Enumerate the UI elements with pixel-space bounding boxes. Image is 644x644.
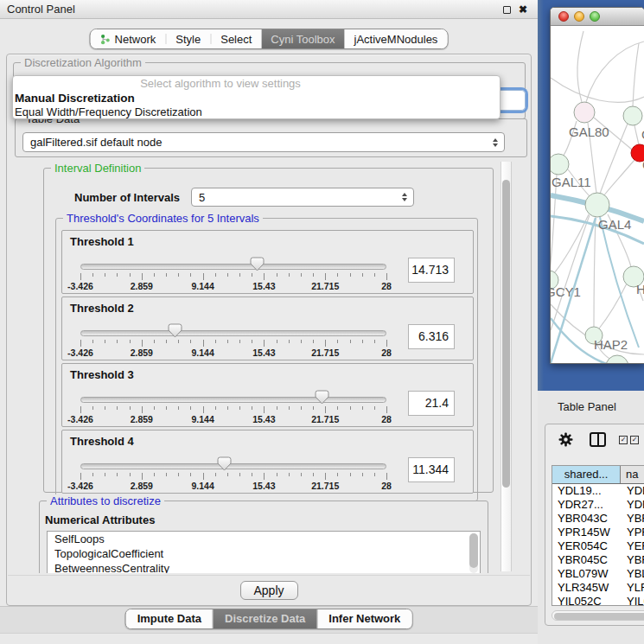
group-title-interval-definition: Interval Definition [51,162,144,175]
control-panel-titlebar: Control Panel ✖ [0,0,538,19]
network-edge[interactable] [551,78,644,102]
attribute-list-item[interactable]: BetweennessCentrality [48,561,480,573]
slider-scale-labels: -3.4262.8599.14415.4321.71528 [80,481,386,491]
table-row[interactable]: YBL079WYBL0 [552,567,644,581]
attributes-group: Attributes to discretize Numerical Attri… [39,501,488,573]
threshold-1-box: Threshold 1-3.4262.8599.14415.4321.71528… [61,230,474,294]
threshold-value-field[interactable]: 11.344 [408,457,455,482]
slider-handle[interactable] [315,390,329,405]
gear-icon[interactable] [558,432,573,447]
table-row[interactable]: YPR145WYPR1 [552,526,644,539]
table-data-select[interactable]: galFiltered.sif default node [22,132,505,152]
network-node-green[interactable] [585,193,609,217]
column-header-name[interactable]: na [621,466,644,483]
network-node-green[interactable] [606,355,628,364]
close-traffic-light-icon[interactable] [558,11,569,22]
checkbox-icon[interactable]: ✓ [630,436,639,444]
table-cell: YLR3 [621,581,644,595]
table-cell: YER0 [621,539,644,553]
bottom-tab-impute-data[interactable]: Impute Data [126,609,213,628]
network-node-label: GAL11 [552,175,591,189]
zoom-traffic-light-icon[interactable] [590,11,600,22]
network-edge[interactable] [594,217,596,327]
table-toolbar: ✓ ✓ [558,432,639,447]
dropdown-option-equal-width[interactable]: Equal Width/Frequency Discretization [13,105,500,119]
table-row[interactable]: YBR043CYBR0 [552,512,644,526]
network-edge[interactable] [599,284,627,328]
tab-select[interactable]: Select [211,29,261,48]
numerical-attributes-list[interactable]: SelfLoopsTopologicalCoefficientBetweenne… [47,531,481,573]
number-of-intervals-select[interactable]: 5 [191,188,414,207]
threshold-value-field[interactable]: 6.316 [408,324,455,349]
slider-track[interactable] [80,264,386,270]
attribute-list-item[interactable]: SelfLoops [48,532,480,546]
slider-track[interactable] [80,463,386,469]
bottom-tab-discretize-data[interactable]: Discretize Data [214,609,316,628]
slider-track[interactable] [80,397,386,403]
network-edge[interactable] [554,214,589,273]
threshold-value-field[interactable]: 14.713 [408,258,455,283]
network-edge[interactable] [577,31,583,102]
close-panel-icon[interactable]: ✖ [519,4,527,15]
float-panel-icon[interactable] [503,6,511,14]
network-window-titlebar [551,8,644,26]
scrollbar-thumb[interactable] [502,180,510,488]
table-horizontal-scrollbar[interactable] [552,610,644,621]
tab-network[interactable]: Network [91,29,166,48]
dropdown-option-manual-discretization[interactable]: Manual Discretization [13,91,500,105]
checkbox-icon[interactable]: ✓ [619,436,628,444]
table-cell: YDR2 [621,498,644,512]
threshold-label: Threshold 4 [70,435,134,448]
table-cell: YBR043C [552,512,621,526]
minimize-traffic-light-icon[interactable] [574,11,584,22]
table-row[interactable]: YDL19...YDL1 [552,484,644,498]
network-edge[interactable] [634,125,639,145]
network-view-window[interactable]: GAL80GACGAL11GAL4GCY1HHAP2 [550,7,644,364]
slider-handle[interactable] [168,323,182,338]
slider-handle[interactable] [250,257,265,271]
tab-cyni-toolbox[interactable]: Cyni Toolbox [261,29,344,48]
network-node-pink[interactable] [574,102,595,123]
threshold-value-field[interactable]: 21.4 [408,391,455,416]
tab-jactivemnodules[interactable]: jActiveMNodules [345,29,448,48]
network-node-green[interactable] [551,154,569,175]
tab-label: Style [175,33,201,46]
attributes-list-scrollbar[interactable] [469,533,478,573]
split-columns-icon[interactable] [590,432,606,447]
slider-handle[interactable] [217,456,232,471]
network-edge[interactable] [633,43,639,106]
apply-button[interactable]: Apply [240,581,298,600]
column-header-shared-name[interactable]: shared... [552,466,621,483]
group-title-attributes: Attributes to discretize [47,494,164,507]
scrollbar-thumb[interactable] [554,613,644,620]
table-cell: YBR0 [621,512,644,526]
tab-label: Cyni Toolbox [271,33,335,46]
threshold-3-box: Threshold 3-3.4262.8599.14415.4321.71528… [61,363,474,427]
tab-label: Network [115,33,156,46]
table-cell: YDL19... [552,484,621,498]
table-row[interactable]: YDR27...YDR2 [552,498,644,512]
network-edge[interactable] [603,160,634,196]
table-row[interactable]: YER054CYER0 [552,539,644,553]
top-tab-bar: NetworkStyleSelectCyni ToolboxjActiveMNo… [90,29,449,49]
slider-track[interactable] [80,330,386,336]
network-edge[interactable] [551,215,590,330]
thresholds-group: Threshold's Coordinates for 5 Intervals … [55,218,478,501]
table-cell: YPR1 [621,526,644,539]
attribute-list-item[interactable]: TopologicalCoefficient [48,546,480,561]
tab-style[interactable]: Style [166,29,210,48]
table-row[interactable]: YLR345WYLR3 [552,581,644,595]
table-cell: YBR045C [552,553,621,567]
panel-vertical-scrollbar[interactable] [501,162,512,571]
table-panel: Table Panel ✓ ✓ [538,391,644,644]
bottom-tab-infer-network[interactable]: Infer Network [317,609,411,628]
network-graph-canvas[interactable]: GAL80GACGAL11GAL4GCY1HHAP2 [551,26,644,364]
tab-label: jActiveMNodules [354,33,438,46]
table-panel-title: Table Panel [558,400,616,413]
table-row[interactable]: YBR045CYBR0 [552,553,644,567]
table-row[interactable]: YIL052CYIL0 [552,595,644,606]
network-node-green[interactable] [623,106,642,125]
settings-scroll-area: Interval Definition Number of Intervals … [15,160,500,573]
dropdown-placeholder-option[interactable]: Select algorithm to view settings [13,77,500,91]
bottom-tab-bar: Impute DataDiscretize DataInfer Network [125,609,413,629]
